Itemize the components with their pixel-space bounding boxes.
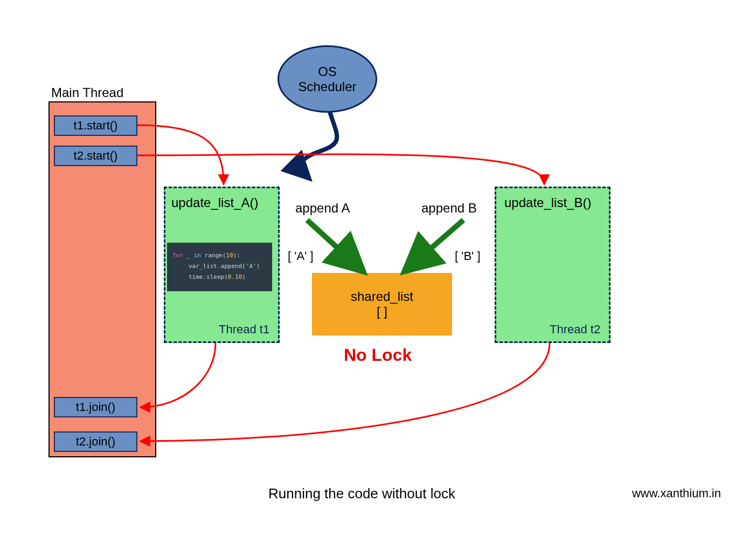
append-a-arrow <box>307 220 358 267</box>
t1-start-button: t1.start() <box>54 115 137 136</box>
scheduler-arrow <box>301 112 337 175</box>
t2-join-button: t2.join() <box>54 431 137 452</box>
diagram-caption: Running the code without lock <box>268 485 455 502</box>
os-scheduler: OS Scheduler <box>278 45 377 113</box>
shared-list-brackets: [ ] <box>377 304 387 319</box>
value-a-label: [ 'A' ] <box>288 249 314 263</box>
thread-t2-label: Thread t2 <box>550 323 600 337</box>
value-b-label: [ 'B' ] <box>455 249 481 263</box>
scheduler-line2: Scheduler <box>298 79 356 94</box>
code-snippet: for _ in range(10): var_list.append('A')… <box>167 243 272 291</box>
thread-t1-label: Thread t1 <box>219 323 269 337</box>
main-thread-title: Main Thread <box>51 85 123 100</box>
t2-start-arrow <box>137 154 544 183</box>
shared-list-name: shared_list <box>351 289 413 304</box>
code-kw-for: for <box>172 252 183 259</box>
t2-start-button: t2.start() <box>54 146 137 166</box>
thread-t1-function: update_list_A() <box>171 195 258 210</box>
t1-join-button: t1.join() <box>54 397 137 417</box>
website-url: www.xanthium.in <box>632 486 721 500</box>
thread-t2-function: update_list_B() <box>504 195 591 210</box>
append-a-label: append A <box>295 201 350 216</box>
shared-list-box: shared_list [ ] <box>312 273 452 335</box>
code-kw-in: in <box>194 252 201 259</box>
scheduler-line1: OS <box>318 64 337 79</box>
append-b-label: append B <box>421 201 477 216</box>
no-lock-label: No Lock <box>344 345 412 365</box>
